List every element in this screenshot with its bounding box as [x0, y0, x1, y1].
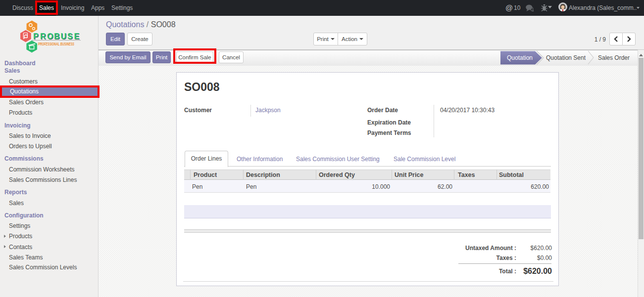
svg-text:Quotation Sent: Quotation Sent	[546, 54, 586, 61]
svg-text:Quotation: Quotation	[507, 54, 533, 61]
svg-text:Sales Order: Sales Order	[598, 54, 630, 61]
svg-text:O: O	[47, 32, 53, 41]
svg-text:U: U	[61, 32, 67, 41]
svg-text:P: P	[33, 32, 39, 41]
svg-text:R: R	[40, 32, 46, 41]
svg-text:S: S	[67, 32, 73, 41]
svg-text:B: B	[54, 32, 60, 41]
svg-text:E: E	[74, 32, 80, 41]
svg-text:PROFESSIONAL BUSINESS: PROFESSIONAL BUSINESS	[38, 42, 74, 46]
